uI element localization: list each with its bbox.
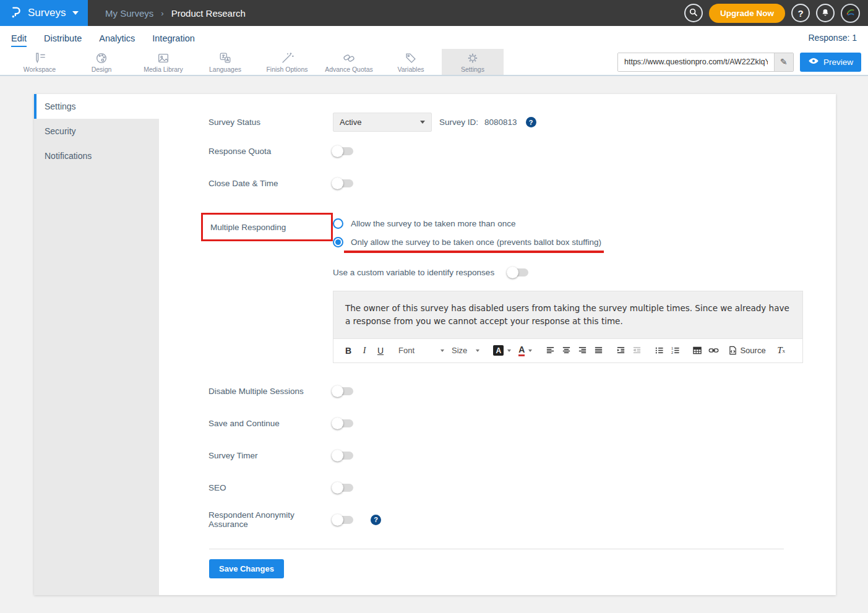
magic-wand-icon	[280, 51, 294, 65]
questionpro-logo-icon	[9, 4, 22, 22]
bullet-list-button[interactable]	[652, 343, 666, 359]
toggle-knob	[507, 267, 518, 278]
notifications-button[interactable]	[816, 4, 835, 22]
radio-selected-icon	[333, 237, 343, 247]
survey-status-select[interactable]: Active	[333, 113, 432, 132]
align-center-button[interactable]	[559, 343, 573, 359]
multiple-responding-row: Multiple Responding Allow the survey to …	[159, 213, 836, 253]
tab-edit[interactable]: Edit	[11, 28, 35, 47]
tab-integration[interactable]: Integration	[144, 28, 204, 47]
remove-format-button[interactable]: Tx	[775, 343, 788, 359]
image-icon	[157, 51, 170, 65]
toolbar-item-languages[interactable]: Languages	[194, 49, 256, 75]
upgrade-now-button[interactable]: Upgrade Now	[709, 4, 785, 23]
user-avatar[interactable]	[841, 4, 860, 23]
align-justify-button[interactable]	[591, 343, 605, 359]
tab-distribute[interactable]: Distribute	[35, 28, 90, 47]
toolbar-item-workspace[interactable]: Workspace	[9, 49, 71, 75]
disabled-message-editor: The owner of this survey has disabled us…	[333, 291, 803, 363]
app-logo-surveys-menu[interactable]: Surveys	[0, 0, 88, 26]
italic-button[interactable]: I	[358, 343, 371, 359]
response-count[interactable]: Response: 1	[808, 33, 857, 43]
preview-label: Preview	[823, 58, 853, 67]
align-left-button[interactable]	[543, 343, 557, 359]
disabled-message-text[interactable]: The owner of this survey has disabled us…	[333, 291, 802, 338]
save-and-continue-row: Save and Continue	[159, 418, 836, 429]
increase-indent-button[interactable]	[614, 343, 627, 359]
toolbar-item-settings[interactable]: Settings	[442, 49, 504, 75]
decrease-indent-button[interactable]	[630, 343, 643, 359]
survey-id-help-icon[interactable]: ?	[526, 117, 536, 127]
breadcrumb-my-surveys[interactable]: My Surveys	[105, 8, 153, 19]
search-icon	[688, 7, 698, 19]
response-quota-toggle[interactable]	[333, 147, 353, 155]
numbered-list-button[interactable]: 12	[668, 343, 682, 359]
respondent-anonymity-toggle[interactable]	[333, 516, 353, 524]
seo-label: SEO	[208, 483, 333, 492]
text-color-button[interactable]: A	[516, 343, 535, 359]
radio-allow-multiple[interactable]: Allow the survey to be taken more than o…	[333, 218, 601, 229]
seo-toggle[interactable]	[333, 484, 353, 492]
toggle-knob	[332, 145, 343, 157]
multiple-responding-options: Allow the survey to be taken more than o…	[333, 213, 601, 253]
rich-text-toolbar: B I U Font Size A A	[333, 338, 802, 362]
respondent-anonymity-row: Respondent Anonymity Assurance ?	[159, 514, 836, 526]
sidebar-background: Security Notifications	[34, 119, 159, 595]
source-button[interactable]: Source	[729, 343, 765, 359]
toolbar-item-media-library[interactable]: Media Library	[132, 49, 194, 75]
tab-analytics[interactable]: Analytics	[90, 28, 144, 47]
respondent-anonymity-help-icon[interactable]: ?	[371, 515, 381, 525]
bell-icon	[820, 7, 830, 19]
toolbar-item-advance-quotas[interactable]: Advance Quotas	[318, 49, 380, 75]
survey-url-input[interactable]	[618, 53, 774, 71]
sidebar-item-notifications[interactable]: Notifications	[34, 144, 159, 168]
settings-content: Survey Status Active Survey ID: 8080813 …	[159, 94, 836, 578]
sidebar-item-settings[interactable]: Settings	[34, 94, 159, 119]
header-actions: Upgrade Now ?	[684, 0, 868, 26]
search-button[interactable]	[684, 4, 703, 22]
insert-link-button[interactable]	[707, 343, 720, 359]
font-family-select[interactable]: Font	[396, 343, 447, 359]
bg-color-icon: A	[493, 345, 504, 356]
survey-status-label: Survey Status	[208, 118, 333, 127]
help-button[interactable]: ?	[791, 4, 810, 22]
response-quota-row: Response Quota	[159, 145, 836, 157]
save-and-continue-toggle[interactable]	[333, 419, 353, 427]
survey-status-value: Active	[340, 118, 361, 127]
preview-button[interactable]: Preview	[800, 53, 861, 72]
edit-url-button[interactable]: ✎	[774, 53, 793, 71]
save-changes-button[interactable]: Save Changes	[209, 559, 284, 578]
product-name: Surveys	[28, 7, 66, 19]
chain-links-icon	[342, 51, 356, 65]
close-date-toggle[interactable]	[333, 179, 353, 187]
insert-table-button[interactable]	[690, 343, 704, 359]
tag-icon	[404, 51, 418, 65]
font-size-select[interactable]: Size	[449, 343, 482, 359]
underline-button[interactable]: U	[374, 343, 387, 359]
disable-multiple-sessions-row: Disable Multiple Sessions	[159, 385, 836, 397]
seo-row: SEO	[159, 482, 836, 494]
save-and-continue-label: Save and Continue	[208, 419, 333, 428]
custom-variable-toggle[interactable]	[508, 268, 528, 276]
background-color-button[interactable]: A	[491, 343, 513, 359]
breadcrumb-current-survey: Product Research	[171, 8, 246, 19]
radio-only-once[interactable]: Only allow the survey to be taken once (…	[333, 237, 601, 253]
align-right-button[interactable]	[575, 343, 589, 359]
chevron-down-icon	[476, 349, 479, 352]
top-header: Surveys My Surveys › Product Research Up…	[0, 0, 868, 26]
toolbar-item-finish-options[interactable]: Finish Options	[256, 49, 318, 75]
disable-multiple-sessions-toggle[interactable]	[333, 387, 353, 395]
bold-button[interactable]: B	[342, 343, 355, 359]
translate-icon	[218, 51, 232, 65]
palette-icon	[95, 51, 108, 65]
sidebar-item-security[interactable]: Security	[34, 119, 159, 144]
survey-status-row: Survey Status Active Survey ID: 8080813 …	[159, 113, 836, 132]
toolbar-item-variables[interactable]: Variables	[380, 49, 442, 75]
survey-timer-toggle[interactable]	[333, 452, 353, 460]
chevron-down-icon	[440, 349, 444, 352]
svg-text:2: 2	[671, 351, 673, 354]
multiple-responding-label: Multiple Responding	[210, 223, 286, 232]
survey-id-value: 8080813	[484, 118, 517, 127]
survey-id-label: Survey ID:	[439, 118, 478, 127]
toolbar-item-design[interactable]: Design	[71, 49, 132, 75]
